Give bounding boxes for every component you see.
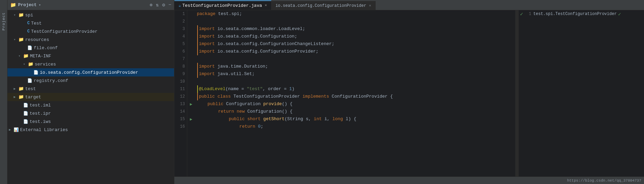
gutter-14 [187, 108, 195, 115]
tree-header: 📁 Project ▾ ⊕ ⇅ ⚙ − [7, 0, 174, 10]
tree-label: test.iml [30, 103, 51, 108]
gutter-7 [187, 55, 195, 63]
code-line-5: import io.seata.config.ConfigurationChan… [195, 40, 515, 48]
tree-label: TestConfigurationProvider [31, 29, 97, 34]
java-tab-icon: ☕ [178, 3, 181, 8]
extlib-icon: 📊 [14, 127, 19, 132]
line-numbers: 1 2 3 4 5 6 7 8 9 10 11 12 13 14 15 16 [174, 10, 187, 176]
globe-icon[interactable]: ⊕ [150, 2, 152, 8]
secondary-editor: ✓ 1 test.spi.TestConfigurationProvider ✓ [518, 10, 644, 176]
line-num-12: 12 [174, 93, 187, 100]
line-num-4: 4 [174, 33, 187, 40]
tree-label: test.ipr [30, 111, 51, 116]
check-mark-icon: ✓ [520, 11, 523, 17]
tree-item-spi[interactable]: ▾ 📁 spi [7, 11, 174, 19]
project-tab-label[interactable]: Project [1, 10, 6, 32]
tab-main-label: TestConfigurationProvider.java [182, 3, 262, 8]
line-num-3: 3 [174, 25, 187, 33]
tree-title-text: Project [18, 2, 37, 8]
tree-item-target[interactable]: ▶ 📁 target [7, 93, 174, 101]
tree-item-testipr[interactable]: 📄 test.ipr [7, 109, 174, 117]
status-url[interactable]: https://blog.csdn.net/qq_37804737 [567, 179, 641, 183]
project-tree-panel: 📁 Project ▾ ⊕ ⇅ ⚙ − ▾ 📁 spi C [7, 0, 174, 184]
tree-item-registryconf[interactable]: 📄 registry.conf [7, 76, 174, 85]
gutter-5 [187, 40, 195, 48]
arrow-icon: ▾ [14, 13, 18, 17]
collapse-icon[interactable]: ⇅ [156, 2, 159, 8]
close-panel-icon[interactable]: − [169, 2, 171, 8]
status-bar: https://blog.csdn.net/qq_37804737 [174, 176, 644, 184]
iml-icon: 📄 [23, 103, 28, 108]
line-num-6: 6 [174, 48, 187, 55]
gutter: ▶ ▶ [187, 10, 195, 176]
tree-item-ioconf[interactable]: 📄 io.seata.config.ConfigurationProvider [7, 68, 174, 76]
code-line-16: return 0; [195, 123, 515, 130]
file-icon: 📄 [23, 119, 28, 124]
tree-item-testiws[interactable]: 📄 test.iws [7, 117, 174, 126]
folder-icon: 📁 [18, 37, 24, 42]
tab-secondary[interactable]: io.seata.config.ConfigurationProvider × [271, 1, 376, 10]
tree-label: spi [25, 13, 33, 18]
tree-item-testiml[interactable]: 📄 test.iml [7, 101, 174, 109]
tab-secondary-close[interactable]: × [369, 4, 371, 8]
settings-icon[interactable]: ⚙ [162, 2, 165, 8]
line-num-9: 9 [174, 70, 187, 78]
line-num-11: 11 [174, 85, 187, 93]
file-icon: 📄 [33, 70, 38, 75]
tree-label: resources [25, 37, 49, 42]
gutter-13: ▶ [187, 100, 195, 108]
code-line-4: import io.seata.config.Configuration; [195, 33, 515, 40]
dropdown-arrow[interactable]: ▾ [39, 3, 41, 7]
side-panel-tab: Project [0, 0, 7, 184]
code-line-11: @LoadLevel(name = "test", order = 1) [195, 85, 515, 93]
tree-header-actions: ⊕ ⇅ ⚙ − [150, 2, 171, 8]
gutter-15: ▶ [187, 115, 195, 123]
gutter-1 [187, 10, 195, 18]
folder-icon: 📁 [18, 12, 24, 18]
tree-item-fileconf[interactable]: 📄 file.conf [7, 44, 174, 52]
tree-item-services[interactable]: ▾ 📁 services [7, 60, 174, 68]
gutter-10 [187, 78, 195, 85]
gutter-12 [187, 93, 195, 100]
arrow-icon: ▶ [14, 95, 18, 99]
gutter-2 [187, 18, 195, 25]
tree-item-resources[interactable]: ▾ 📁 resources [7, 36, 174, 44]
tree-item-test-dir[interactable]: ▶ 📁 test [7, 85, 174, 93]
tree-label: test [25, 86, 36, 91]
arrow-icon: ▾ [18, 54, 23, 58]
code-area[interactable]: package test.spi; import io.seata.common… [195, 10, 515, 176]
folder-icon: 📁 [23, 53, 29, 59]
gutter-6 [187, 48, 195, 55]
tree-item-metainf[interactable]: ▾ 📁 META-INF [7, 52, 174, 60]
line-num-7: 7 [174, 55, 187, 63]
tree-item-extlibs[interactable]: ▶ 📊 External Libraries [7, 126, 174, 134]
line-num-8: 8 [174, 63, 187, 70]
gutter-3 [187, 25, 195, 33]
line-num-2: 2 [174, 18, 187, 25]
tree-label: test.iws [30, 119, 51, 124]
code-line-8: import java.time.Duration; [195, 63, 515, 70]
arrow-icon: ▶ [9, 128, 14, 132]
editor-split: 1 2 3 4 5 6 7 8 9 10 11 12 13 14 15 16 [174, 10, 644, 176]
tab-main-close[interactable]: × [265, 3, 267, 8]
folder-icon: 📁 [28, 61, 33, 67]
code-line-3: import io.seata.common.loader.LoadLevel; [195, 25, 515, 33]
tree-content: ▾ 📁 spi C Test C TestConfigurationProvid… [7, 10, 174, 184]
editor-scrollbar[interactable] [515, 10, 518, 176]
line-num-10: 10 [174, 78, 187, 85]
tree-label: registry.conf [34, 78, 68, 83]
tab-main-java[interactable]: ☕ TestConfigurationProvider.java × [174, 0, 271, 10]
tree-item-testconfigprovider[interactable]: C TestConfigurationProvider [7, 27, 174, 36]
code-line-9: import java.util.Set; [195, 70, 515, 78]
line-num-1: 1 [174, 10, 187, 18]
code-line-10 [195, 78, 515, 85]
breakpoint-arrow-13: ▶ [190, 102, 192, 107]
main-editor: 1 2 3 4 5 6 7 8 9 10 11 12 13 14 15 16 [174, 10, 518, 176]
tree-item-test-java[interactable]: C Test [7, 19, 174, 27]
code-line-6: import io.seata.config.ConfigurationProv… [195, 48, 515, 55]
secondary-code-text: test.spi.TestConfigurationProvider [533, 12, 617, 16]
code-line-12: public class TestConfigurationProvider i… [195, 93, 515, 100]
folder-icon: 📁 [18, 86, 24, 91]
line-num-5: 5 [174, 40, 187, 48]
secondary-line-1: ✓ 1 test.spi.TestConfigurationProvider ✓ [519, 10, 644, 18]
